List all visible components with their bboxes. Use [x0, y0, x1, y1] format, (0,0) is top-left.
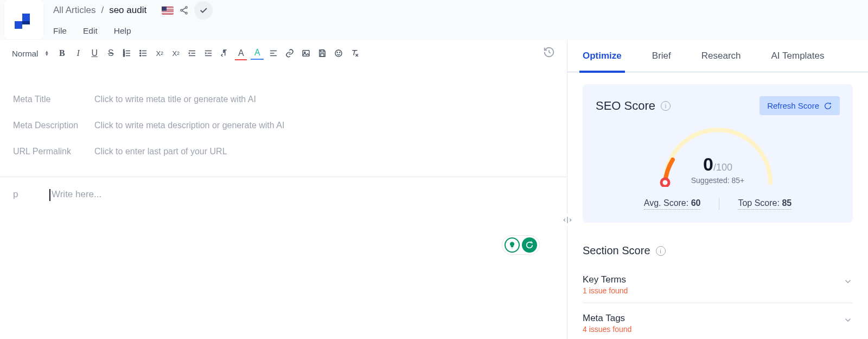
breadcrumb-root[interactable]: All Articles [53, 5, 95, 16]
save-button-icon[interactable] [316, 47, 329, 60]
unordered-list-button[interactable] [137, 47, 150, 60]
svg-rect-29 [303, 51, 309, 56]
svg-rect-32 [321, 54, 324, 56]
menubar: File Edit Help [53, 18, 213, 36]
image-button[interactable] [299, 47, 312, 60]
locale-flag-us-icon[interactable] [162, 7, 174, 15]
tab-optimize[interactable]: Optimize [583, 40, 622, 72]
chevron-down-icon [843, 277, 853, 288]
svg-rect-1 [22, 14, 30, 21]
meta-title-input[interactable]: Click to write meta title or generate wi… [94, 95, 554, 104]
menu-file[interactable]: File [53, 26, 67, 36]
seo-score-title: SEO Score [596, 99, 655, 113]
section-score-title: Section Score [583, 244, 650, 257]
saved-check-button[interactable] [194, 1, 213, 20]
url-permalink-input[interactable]: Click to enter last part of your URL [94, 147, 554, 156]
text-direction-button[interactable] [218, 47, 231, 60]
superscript-button[interactable]: X2 [169, 47, 182, 60]
breadcrumb: All Articles / seo audit [53, 2, 213, 18]
highlight-color-button[interactable]: A [251, 47, 264, 60]
section-name: Meta Tags [583, 313, 631, 324]
seo-score-value: 0 [703, 154, 713, 174]
meta-description-label: Meta Description [13, 121, 94, 130]
svg-rect-31 [321, 50, 324, 52]
svg-point-19 [140, 55, 141, 56]
svg-text:3: 3 [124, 54, 125, 57]
svg-rect-0 [15, 21, 22, 29]
section-key-terms[interactable]: Key Terms 1 issue found [583, 265, 853, 303]
section-meta-tags[interactable]: Meta Tags 4 issues found [583, 303, 853, 339]
italic-button[interactable]: I [72, 47, 85, 60]
refresh-score-label: Refresh Score [767, 101, 819, 110]
svg-line-7 [182, 11, 186, 13]
app-logo[interactable] [4, 0, 43, 39]
svg-rect-2 [22, 21, 30, 24]
info-icon[interactable]: i [661, 101, 671, 111]
breadcrumb-sep: / [101, 5, 104, 16]
link-button[interactable] [283, 47, 296, 60]
right-panel-tabs: Optimize Brief Research AI Templates [567, 40, 868, 72]
svg-point-4 [181, 9, 182, 11]
svg-point-18 [140, 53, 141, 54]
section-name: Key Terms [583, 274, 628, 285]
tab-ai-templates[interactable]: AI Templates [771, 40, 825, 72]
chevron-down-icon [843, 315, 853, 327]
svg-point-3 [186, 7, 187, 8]
history-button[interactable] [543, 46, 555, 60]
seo-score-suggested: Suggested: 85+ [691, 176, 744, 185]
breadcrumb-current: seo audit [109, 5, 146, 16]
indent-button[interactable] [202, 47, 215, 60]
text-cursor [49, 189, 50, 201]
avg-score: Avg. Score: 60 [644, 198, 701, 210]
caret-updown-icon: ▲▼ [44, 51, 49, 56]
bold-button[interactable]: B [55, 47, 68, 60]
format-select[interactable]: Normal ▲▼ [12, 49, 52, 58]
ordered-list-button[interactable]: 123 [120, 47, 133, 60]
strikethrough-button[interactable]: S [104, 47, 117, 60]
grammarly-icon[interactable] [522, 237, 537, 253]
section-issues: 1 issue found [583, 286, 628, 295]
svg-point-35 [340, 52, 340, 53]
svg-point-33 [335, 50, 342, 56]
tab-research[interactable]: Research [701, 40, 741, 72]
svg-point-34 [337, 52, 337, 53]
align-button[interactable] [267, 47, 280, 60]
grammar-widget[interactable] [502, 235, 540, 255]
info-icon[interactable]: i [656, 246, 666, 256]
meta-description-input[interactable]: Click to write meta description or gener… [94, 121, 554, 130]
seo-score-card: SEO Score i Refresh Score 0/100 [583, 84, 853, 223]
editor-toolbar: Normal ▲▼ B I U S 123 X2 X2 A [0, 40, 567, 67]
lightbulb-icon[interactable] [505, 237, 520, 253]
text-color-button[interactable]: A [234, 47, 247, 60]
divider [719, 198, 719, 210]
editor-placeholder: Write here... [52, 189, 101, 199]
editor-content-area[interactable]: Write here... [49, 189, 101, 201]
column-resize-handle[interactable] [561, 214, 574, 227]
seo-score-gauge: 0/100 Suggested: 85+ [655, 127, 780, 187]
refresh-score-button[interactable]: Refresh Score [760, 96, 840, 115]
format-select-label: Normal [12, 49, 38, 58]
svg-point-5 [186, 12, 187, 14]
clear-format-button[interactable] [348, 47, 361, 60]
paragraph-marker: p [13, 189, 18, 201]
svg-line-6 [182, 8, 186, 10]
menu-edit[interactable]: Edit [83, 26, 98, 36]
subscript-button[interactable]: X2 [153, 47, 166, 60]
section-issues: 4 issues found [583, 325, 631, 334]
refresh-icon [824, 102, 832, 110]
svg-line-39 [549, 52, 551, 53]
tab-brief[interactable]: Brief [652, 40, 671, 72]
underline-button[interactable]: U [88, 47, 101, 60]
emoji-button[interactable] [332, 47, 345, 60]
share-icon[interactable] [179, 5, 189, 15]
menu-help[interactable]: Help [114, 26, 131, 36]
top-score: Top Score: 85 [738, 198, 792, 210]
meta-title-label: Meta Title [13, 95, 94, 104]
svg-point-17 [140, 51, 141, 52]
url-permalink-label: URL Permalink [13, 147, 94, 156]
seo-score-denom: /100 [713, 162, 732, 173]
outdent-button[interactable] [186, 47, 199, 60]
